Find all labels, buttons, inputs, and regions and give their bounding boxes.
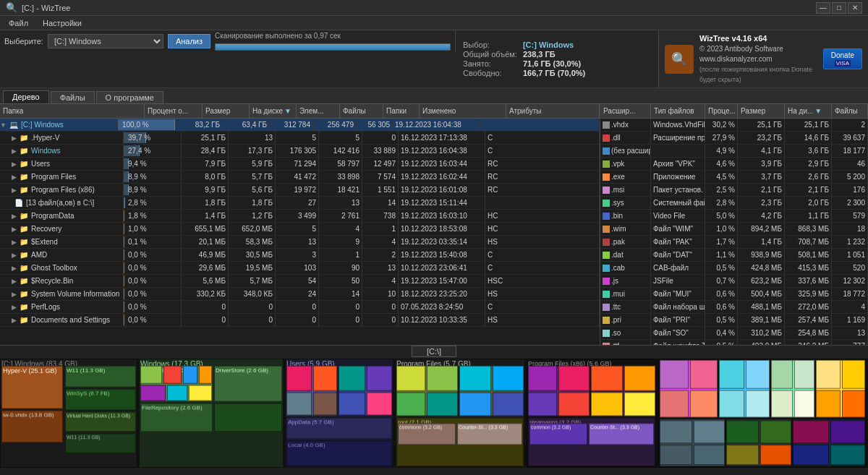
row-percent: 39,7 % bbox=[126, 134, 153, 142]
ext-col-type[interactable]: Тип файлов bbox=[651, 104, 705, 118]
col-header-size[interactable]: Размер bbox=[203, 104, 250, 118]
tree-row[interactable]: ▶ 📁 Recovery 1,0 % 655,1 МБ 652,0 МБ 5 4… bbox=[0, 223, 600, 236]
row-name: Windows bbox=[31, 147, 61, 155]
tree-row[interactable]: ▶ 📁 Ghost Toolbox 0,0 % 29,6 МБ 19,5 МБ … bbox=[0, 262, 600, 275]
col-header-folder[interactable]: Папка bbox=[0, 104, 145, 118]
ext-list-item[interactable]: .msi Пакет установ. 2,5 % 2,1 ГБ 2,1 ГБ … bbox=[600, 184, 868, 197]
maximize-button[interactable]: □ bbox=[832, 2, 846, 14]
menu-file[interactable]: Файл bbox=[3, 18, 34, 28]
ext-list-item[interactable]: .so Файл "SO" 0,4 % 310,2 МБ 254,8 МБ 13 bbox=[600, 327, 868, 340]
expand-icon[interactable]: ▶ bbox=[12, 213, 17, 220]
row-modified: 18.12.2023 23:25:20 bbox=[399, 288, 485, 300]
expand-icon[interactable]: ▶ bbox=[12, 187, 17, 194]
col-header-files[interactable]: Файлы bbox=[340, 104, 383, 118]
ext-list-item[interactable]: .pri Файл "PRI" 0,5 % 389,1 МБ 257,4 МБ … bbox=[600, 314, 868, 327]
expand-icon[interactable]: ▶ bbox=[12, 147, 17, 155]
ext-list-item[interactable]: .dat Файл "DAT" 1,1 % 938,9 МБ 508,1 МБ … bbox=[600, 249, 868, 262]
expand-icon[interactable]: ▶ bbox=[12, 252, 17, 259]
tree-row[interactable]: ▶ 📁 PerfLogs 0,0 % 0 0 0 0 0 07.05.2023 … bbox=[0, 301, 600, 314]
col-header-ondisk[interactable]: На диске ▼ bbox=[250, 104, 297, 118]
row-modified: 19.12.2023 16:01:08 bbox=[399, 184, 485, 196]
ext-list-item[interactable]: .cab CAB-файл 0,5 % 424,8 МБ 415,3 МБ 52… bbox=[600, 262, 868, 275]
ext-col-ondisk[interactable]: На ди... ▼ bbox=[785, 104, 832, 118]
row-size: 25,1 ГБ bbox=[182, 132, 229, 144]
tree-row[interactable]: ▼ 💻 [C:] Windows 100,0 % 83,2 ГБ 63,4 ГБ… bbox=[0, 119, 600, 132]
tree-row[interactable]: ▶ 📁 Documents and Settings 0,0 % 0 0 0 0… bbox=[0, 314, 600, 327]
col-header-folders[interactable]: Папки bbox=[383, 104, 420, 118]
ext-col-ext[interactable]: Расшир... bbox=[600, 104, 651, 118]
expand-icon[interactable]: ▶ bbox=[12, 265, 17, 272]
expand-icon[interactable]: ▶ bbox=[12, 161, 17, 168]
ext-ondisk: 337,6 МБ bbox=[785, 275, 832, 287]
expand-icon[interactable]: ▶ bbox=[12, 317, 17, 324]
ext-list-item[interactable]: .js JSFile 0,7 % 623,2 МБ 337,6 МБ 12 30… bbox=[600, 275, 868, 288]
ext-list-item[interactable]: .ttf Файл шрифта T 0,5 % 403,9 МБ 246,2 … bbox=[600, 340, 868, 345]
ext-list-item[interactable]: .dll Расширение пр 27,9 % 23,2 ГБ 14,6 Г… bbox=[600, 132, 868, 145]
ext-list-item[interactable]: (без расширени 4,9 % 4,1 ГБ 3,6 ГБ 18 17… bbox=[600, 145, 868, 158]
expand-icon[interactable]: ▼ bbox=[0, 121, 7, 129]
row-folders: 56 305 bbox=[357, 119, 393, 131]
row-files: 256 479 bbox=[313, 119, 357, 131]
col-header-attr[interactable]: Атрибуты bbox=[506, 104, 600, 118]
tree-column-headers: Папка Процент о... Размер На диске ▼ Эле… bbox=[0, 104, 600, 119]
row-percent: 0,0 % bbox=[126, 251, 149, 259]
tab-files[interactable]: Файлы bbox=[51, 91, 95, 103]
ext-col-size[interactable]: Размер bbox=[738, 104, 785, 118]
ext-col-pct[interactable]: Проце... bbox=[705, 104, 738, 118]
ext-col-files[interactable]: Файлы bbox=[832, 104, 868, 118]
row-folders: 4 bbox=[362, 275, 399, 287]
row-size: 1,8 ГБ bbox=[182, 197, 229, 209]
col-header-elems[interactable]: Элем... bbox=[297, 104, 340, 118]
tab-about[interactable]: О программе bbox=[96, 91, 163, 103]
tree-row[interactable]: ▶ 📁 AMD 0,0 % 46,9 МБ 30,5 МБ 3 1 2 19.1… bbox=[0, 249, 600, 262]
col-header-modified[interactable]: Изменено bbox=[420, 104, 506, 118]
ext-type: Файл "MUI" bbox=[651, 288, 705, 300]
analyze-button[interactable]: Анализ bbox=[168, 34, 210, 48]
tree-row[interactable]: ▶ 📁 Program Files (x86) 8,9 % 9,9 ГБ 5,6… bbox=[0, 184, 600, 197]
col-header-percent[interactable]: Процент о... bbox=[145, 104, 203, 118]
tree-row[interactable]: ▶ 📁 System Volume Information 0,0 % 330,… bbox=[0, 288, 600, 301]
row-percent: 1,8 % bbox=[126, 212, 149, 220]
row-folders: 2 bbox=[362, 249, 399, 261]
tab-tree[interactable]: Дерево bbox=[3, 90, 49, 103]
ext-list-item[interactable]: .mui Файл "MUI" 0,6 % 500,4 МБ 325,9 МБ … bbox=[600, 288, 868, 301]
ext-size: 3,9 ГБ bbox=[738, 158, 785, 170]
expand-icon[interactable]: ▶ bbox=[12, 291, 17, 298]
ext-list-item[interactable]: .sys Системный фай 2,8 % 2,3 ГБ 2,0 ГБ 2… bbox=[600, 197, 868, 210]
expand-icon[interactable]: ▶ bbox=[12, 226, 17, 233]
ext-color-swatch bbox=[603, 226, 610, 233]
row-ondisk: 0 bbox=[229, 301, 276, 313]
close-button[interactable]: ✕ bbox=[848, 2, 862, 14]
tree-row[interactable]: 📄 [13 файл(а,ов) в C:\] 2,8 % 1,8 ГБ 1,8… bbox=[0, 197, 600, 210]
tree-row[interactable]: ▶ 📁 Users 9,4 % 7,9 ГБ 5,9 ГБ 71 294 58 … bbox=[0, 158, 600, 171]
ext-list-item[interactable]: .pak Файл "PAK" 1,7 % 1,4 ГБ 708,7 МБ 1 … bbox=[600, 236, 868, 249]
ext-list-item[interactable]: .exe Приложение 4,5 % 3,7 ГБ 2,6 ГБ 5 20… bbox=[600, 171, 868, 184]
expand-icon[interactable]: ▶ bbox=[12, 239, 17, 246]
ext-list-item[interactable]: .ttc Файл набора ш 0,6 % 488,1 МБ 272,0 … bbox=[600, 301, 868, 314]
tree-row[interactable]: ▶ 📁 Program Files 8,9 % 8,0 ГБ 5,7 ГБ 41… bbox=[0, 171, 600, 184]
treemap-canvas[interactable] bbox=[0, 346, 868, 468]
tree-row[interactable]: ▶ 📁 $Extend 0,1 % 20,1 МБ 58,3 МБ 13 9 4… bbox=[0, 236, 600, 249]
tree-row[interactable]: ▶ 📁 $Recycle.Bin 0,0 % 5,6 МБ 5,7 МБ 54 … bbox=[0, 275, 600, 288]
drive-select[interactable]: [C:] Windows bbox=[48, 34, 163, 48]
row-files: 90 bbox=[319, 262, 362, 274]
minimize-button[interactable]: — bbox=[816, 2, 830, 14]
ext-list-item[interactable]: .bin Video File 5,0 % 4,2 ГБ 1,1 ГБ 579 bbox=[600, 210, 868, 223]
tree-row[interactable]: ▶ 📁 .Hyper-V 39,7 % 25,1 ГБ 13 5 5 0 16.… bbox=[0, 132, 600, 145]
donate-button[interactable]: Donate VISA bbox=[823, 48, 862, 69]
ext-list-item[interactable]: .vpk Архив "VPK" 4,6 % 3,9 ГБ 2,9 ГБ 46 bbox=[600, 158, 868, 171]
row-files: 2 761 bbox=[319, 210, 362, 222]
tree-row[interactable]: ▶ 📁 Windows 27,4 % 28,4 ГБ 17,3 ГБ 176 3… bbox=[0, 145, 600, 158]
expand-icon[interactable]: ▶ bbox=[12, 174, 17, 181]
tree-row[interactable]: ▶ 📁 ProgramData 1,8 % 1,4 ГБ 1,2 ГБ 3 49… bbox=[0, 210, 600, 223]
ext-body[interactable]: .vhdx Windows.VhdFil 30,2 % 25,1 ГБ 25,1… bbox=[600, 119, 868, 345]
folder-icon: 📁 bbox=[20, 303, 28, 311]
ext-list-item[interactable]: .vhdx Windows.VhdFil 30,2 % 25,1 ГБ 25,1… bbox=[600, 119, 868, 132]
folder-icon: 📁 bbox=[20, 290, 28, 298]
expand-icon[interactable]: ▶ bbox=[12, 278, 17, 285]
tree-body[interactable]: ▼ 💻 [C:] Windows 100,0 % 83,2 ГБ 63,4 ГБ… bbox=[0, 119, 600, 345]
menu-settings[interactable]: Настройки bbox=[37, 18, 88, 28]
expand-icon[interactable]: ▶ bbox=[12, 304, 17, 311]
expand-icon[interactable]: ▶ bbox=[12, 134, 17, 142]
ext-list-item[interactable]: .wim Файл "WIM" 1,0 % 894,2 МБ 868,3 МБ … bbox=[600, 223, 868, 236]
